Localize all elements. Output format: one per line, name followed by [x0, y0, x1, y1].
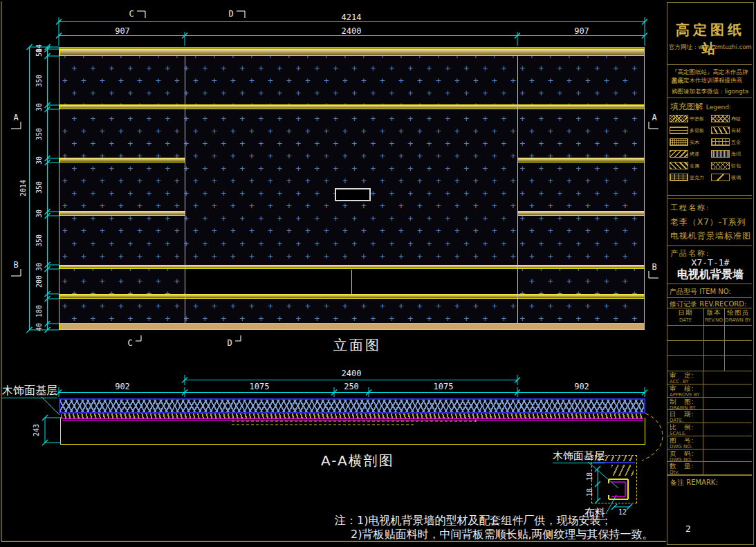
cross-mark: + — [286, 127, 292, 136]
section-dim-width: 1075 — [250, 382, 270, 391]
legend-item: 玻璃 — [711, 171, 753, 183]
cross-mark: + — [333, 114, 339, 123]
cross-mark: + — [464, 114, 470, 123]
cross-mark: + — [529, 76, 535, 85]
cross-mark: + — [408, 164, 414, 173]
cross-mark: + — [221, 214, 227, 223]
cross-mark: + — [277, 114, 283, 123]
cross-mark: + — [137, 127, 142, 136]
cross-mark: + — [221, 314, 227, 323]
dim-tick — [56, 33, 62, 39]
cross-mark: + — [483, 239, 488, 248]
cross-mark: + — [156, 127, 161, 136]
cross-mark: + — [501, 89, 507, 98]
cross-mark: + — [595, 64, 600, 73]
cross-mark: + — [352, 239, 358, 248]
field-en: SCALE. — [670, 431, 703, 436]
cross-mark: + — [445, 64, 451, 73]
legend-item: 五金 — [711, 136, 753, 148]
cross-mark: + — [483, 314, 488, 323]
cross-mark: + — [361, 127, 367, 136]
cross-mark: + — [230, 176, 236, 185]
dim-tick — [45, 160, 50, 165]
cross-mark: + — [454, 127, 460, 136]
cross-mark: + — [529, 226, 535, 235]
cross-mark: + — [296, 164, 302, 173]
approval-row: 数 量:Qty. — [667, 462, 752, 475]
cross-mark: + — [595, 114, 600, 123]
marker-a: A — [652, 113, 656, 122]
page-number: 2 — [685, 523, 691, 534]
cross-mark: + — [203, 139, 208, 148]
weave-swatch — [670, 138, 688, 146]
cross-mark: + — [361, 176, 367, 185]
cross-mark: + — [436, 176, 441, 185]
cross-mark: + — [221, 164, 227, 173]
cross-mark: + — [174, 277, 180, 286]
cross-mark: + — [371, 114, 376, 123]
cross-mark: + — [389, 314, 395, 323]
cross-mark: + — [259, 189, 264, 198]
cross-mark: + — [389, 89, 395, 98]
dim-tick — [45, 156, 50, 161]
cross-mark: + — [520, 164, 526, 173]
cross-mark: + — [296, 64, 302, 73]
cross-mark: + — [595, 189, 600, 198]
cross-mark: + — [436, 127, 441, 136]
cross-mark: + — [614, 89, 619, 98]
cross-mark: + — [333, 214, 339, 223]
cross-mark: + — [623, 302, 628, 310]
cross-mark: + — [501, 214, 507, 223]
cross-mark: + — [268, 151, 273, 160]
cross-mark: + — [623, 127, 628, 136]
cross-mark: + — [417, 151, 423, 160]
section-dim-width: 1075 — [434, 382, 454, 391]
cross-mark: + — [408, 314, 414, 323]
cross-mark: + — [333, 139, 339, 148]
cross-mark: + — [109, 314, 115, 323]
dim-height: 40 — [36, 322, 43, 331]
field-en: DRAWN BY — [670, 405, 703, 410]
cross-mark: + — [286, 151, 292, 160]
cross-mark: + — [91, 314, 96, 323]
cross-mark: + — [520, 239, 526, 248]
cross-mark: + — [91, 139, 96, 148]
cross-mark: + — [473, 252, 479, 261]
cross-mark: + — [259, 89, 264, 98]
cross-mark: + — [165, 239, 171, 248]
cross-mark: + — [128, 139, 133, 148]
dim-tick — [45, 44, 50, 50]
cross-mark: + — [539, 114, 544, 123]
legend-item: 布纹 — [711, 113, 753, 124]
table-line — [667, 355, 752, 356]
honey-swatch — [670, 174, 688, 181]
cross-mark: + — [371, 214, 376, 223]
cross-mark: + — [324, 226, 329, 235]
cross-mark: + — [548, 76, 553, 85]
trim-band — [59, 104, 645, 109]
cross-mark: + — [203, 114, 208, 123]
cross-mark: + — [529, 176, 535, 185]
cross-mark: + — [305, 302, 311, 310]
trim-band-left — [59, 211, 185, 216]
cross-mark: + — [473, 176, 479, 185]
cross-mark: + — [230, 201, 236, 210]
cross-mark: + — [398, 201, 404, 210]
cross-mark: + — [501, 239, 507, 248]
cross-mark: + — [118, 76, 124, 85]
cross-mark: + — [118, 226, 124, 235]
cross-mark: + — [203, 64, 208, 73]
cross-mark: + — [408, 64, 414, 73]
cross-mark: + — [203, 239, 208, 248]
cross-mark: + — [417, 76, 423, 85]
cross-mark: + — [324, 151, 329, 160]
cross-mark: + — [230, 76, 236, 85]
revision-table: 日期DATE版本REV.NO绘图员DRAWN BY — [667, 308, 752, 371]
section-dim-width: 902 — [574, 382, 589, 391]
cross-mark: + — [268, 176, 273, 185]
cross-mark: + — [193, 226, 199, 235]
cross-mark: + — [427, 139, 432, 148]
cross-mark: + — [427, 64, 432, 73]
cross-mark: + — [529, 302, 535, 310]
dim-width: 907 — [574, 27, 589, 35]
